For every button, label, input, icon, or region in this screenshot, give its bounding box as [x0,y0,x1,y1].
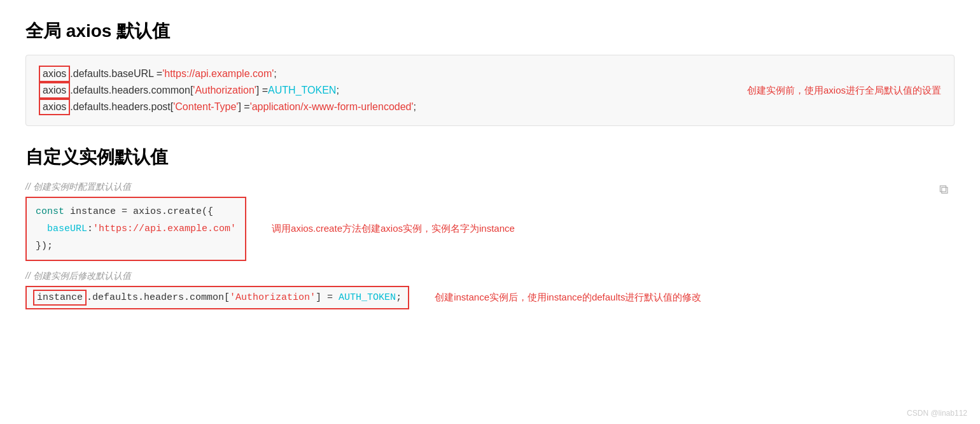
csdn-watermark: CSDN @linab112 [907,409,967,418]
const-keyword: const [36,203,64,220]
baseurl-key [36,220,47,237]
content-type-str: 'Content-Type' [173,101,238,113]
baseurl-val: 'https://api.example.com' [93,220,236,237]
auth-token-1: AUTH_TOKEN [268,85,336,96]
semicolon-2: ; [336,85,339,96]
semicolon-3: ; [414,101,416,113]
create-line-1: const instance = axios.create({ [36,203,236,220]
section2-annotation1: 调用axios.create方法创建axios实例，实例名字为instance [272,223,515,235]
copy-icon[interactable]: ⧉ [939,182,948,197]
code-rest-3b: ] = [238,101,249,113]
baseurl-string: 'https://api.example.com' [162,68,274,80]
axios-keyword-2: axios [39,82,70,99]
section-global-axios: 全局 axios 默认值 axios.defaults.baseURL = 'h… [25,19,955,126]
code-line-3: axios.defaults.headers.post['Content-Typ… [39,99,722,115]
authorization-str-1: 'Authorization' [193,85,256,96]
section2-modify-code: instance.defaults.headers.common['Author… [25,286,955,309]
section2-title: 自定义实例默认值 [25,145,955,169]
code-line-1: axios.defaults.baseURL = 'https://api.ex… [39,66,722,82]
create-line-2: baseURL: 'https://api.example.com' [36,220,236,237]
semicolon-1: ; [274,68,276,80]
authorization-str-2: 'Authorization' [230,292,316,303]
code-rest-3a: .defaults.headers.post[ [70,101,173,113]
closing-brace: }); [36,237,53,255]
instance-assign: instance = axios.create({ [64,203,213,220]
section1-code-with-annotation: axios.defaults.baseURL = 'https://api.ex… [39,66,941,115]
code-rest-2a: .defaults.headers.common[ [70,85,193,96]
code-rest-2b: ] = [256,85,268,96]
section1-title: 全局 axios 默认值 [25,19,955,43]
section2-modify-wrapper: // 创建实例后修改默认认值 instance.defaults.headers… [25,270,955,309]
section1-code-area: axios.defaults.baseURL = 'https://api.ex… [39,66,722,115]
axios-keyword-1: axios [39,66,70,82]
section1-annotation: 创建实例前，使用axios进行全局默认值的设置 [747,85,941,97]
section2-create-wrapper: ⧉ // 创建实例时配置默认认值 const instance = axios.… [25,181,955,261]
section-custom-instance: 自定义实例默认值 ⧉ // 创建实例时配置默认认值 const instance… [25,145,955,309]
semicolon-4: ; [396,292,402,303]
section2-comment1: // 创建实例时配置默认认值 [25,181,955,193]
colon-space: : [87,220,93,237]
auth-token-2: AUTH_TOKEN [339,292,396,303]
section1-code-block: axios.defaults.baseURL = 'https://api.ex… [25,55,955,126]
section2-create-redbox: const instance = axios.create({ baseURL:… [25,197,246,261]
content-type-val: 'application/x-www-form-urlencoded' [250,101,414,113]
instance-rest-1: .defaults.headers.common[ [87,292,230,303]
axios-keyword-3: axios [39,99,70,115]
instance-rest-2: ] = [316,292,339,303]
code-rest-1: .defaults.baseURL = [70,68,162,80]
instance-keyword: instance [33,290,87,306]
section2-create-code: const instance = axios.create({ baseURL:… [25,197,955,261]
code-line-2: axios.defaults.headers.common['Authoriza… [39,82,722,99]
create-line-3: }); [36,237,236,255]
baseurl-prop: baseURL [47,220,87,237]
section2-annotation2: 创建instance实例后，使用instance的defaults进行默认值的修… [435,292,701,304]
section2-modify-redbox: instance.defaults.headers.common['Author… [25,286,409,309]
section2-comment2: // 创建实例后修改默认认值 [25,270,955,282]
